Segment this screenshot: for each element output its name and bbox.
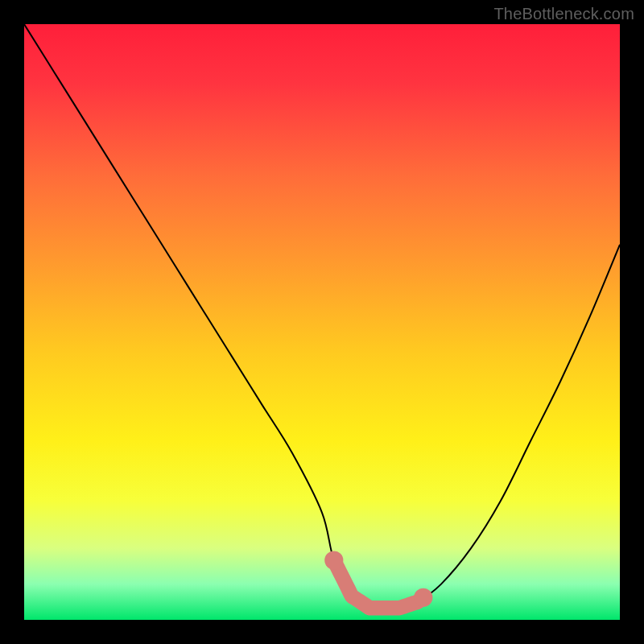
chart-svg bbox=[24, 24, 620, 620]
chart-plot-area bbox=[24, 24, 620, 620]
pink-band-end-dot bbox=[414, 588, 432, 607]
chart-frame: TheBottleneck.com bbox=[0, 0, 644, 644]
watermark-text: TheBottleneck.com bbox=[493, 5, 634, 23]
chart-background bbox=[24, 24, 620, 620]
pink-band-start-dot bbox=[324, 551, 343, 569]
